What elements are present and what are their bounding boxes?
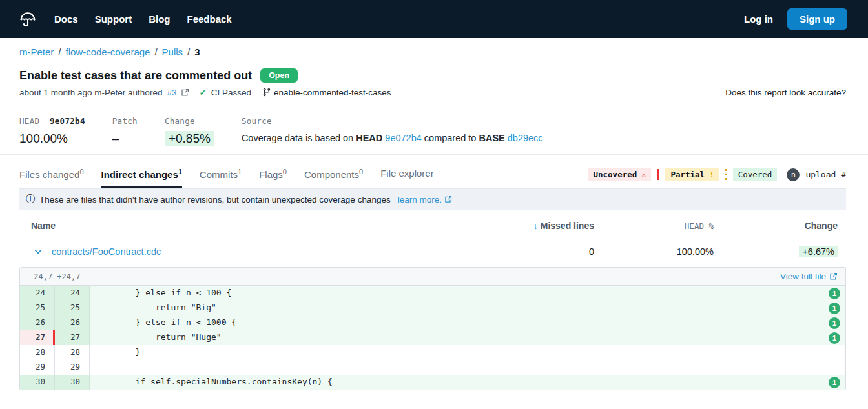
sort-desc-icon: ↓	[533, 221, 538, 231]
breadcrumb-repo[interactable]: flow-code-coverage	[66, 46, 150, 57]
code-text: return "Huge"	[90, 330, 845, 345]
hit-count-bubble[interactable]: 1	[829, 288, 840, 299]
diff-line: 28 28 }	[20, 345, 845, 360]
nav-link-blog[interactable]: Blog	[149, 14, 170, 25]
head-percent-value: 100.00%	[594, 246, 714, 257]
old-line-number[interactable]: 25	[20, 301, 55, 315]
code-text: } else if n < 1000 {	[90, 315, 845, 330]
column-header-head-percent[interactable]: HEAD %	[594, 221, 714, 231]
new-line-number[interactable]: 26	[55, 315, 90, 330]
old-line-number[interactable]: 28	[20, 345, 55, 360]
indirect-changes-table: Name ↓ Missed lines HEAD % Change contra…	[19, 214, 846, 266]
tab-flags[interactable]: Flags0	[259, 168, 287, 188]
stat-patch: Patch –	[112, 116, 138, 146]
column-header-missed-lines[interactable]: ↓ Missed lines	[465, 221, 594, 231]
warning-icon: ⚠	[641, 170, 646, 179]
file-row: contracts/FooContract.cdc 0 100.00% +6.6…	[19, 237, 846, 266]
code-text: }	[90, 345, 845, 360]
code-text: } else if n < 100 {	[90, 286, 845, 301]
pull-authored-text: about 1 month ago m-Peter authored	[19, 88, 162, 97]
new-line-number[interactable]: 30	[55, 375, 90, 390]
breadcrumb-pull-id: 3	[194, 46, 200, 57]
legend-partial: Partial!	[665, 168, 719, 181]
tab-indirect-changes[interactable]: Indirect changes1	[101, 168, 182, 188]
stat-source: Source Coverage data is based on HEAD 9e…	[242, 116, 543, 143]
column-header-name[interactable]: Name	[31, 221, 465, 231]
coverage-stats: HEAD 9e072b4 100.00% Patch – Change +0.8…	[0, 106, 868, 146]
source-base-commit-link[interactable]: db29ecc	[508, 133, 543, 143]
old-line-number[interactable]: 24	[20, 286, 55, 301]
upload-label: upload #	[805, 170, 846, 179]
chevron-down-icon[interactable]	[34, 247, 43, 256]
signup-button[interactable]: Sign up	[787, 8, 847, 30]
breadcrumb-pulls[interactable]: Pulls	[162, 46, 183, 57]
branch-icon	[262, 88, 271, 97]
source-description: Coverage data is based on HEAD 9e072b4 c…	[242, 133, 543, 143]
old-line-number[interactable]: 27	[20, 330, 55, 345]
indirect-changes-banner: ⓘ These are files that didn't have autho…	[19, 188, 846, 210]
diff-line: 26 26 } else if n < 1000 { 1	[20, 315, 845, 330]
uncovered-bar-swatch	[657, 169, 659, 180]
tab-file-explorer[interactable]: File explorer	[380, 168, 434, 188]
diff-line: 27 27 return "Huge" 1	[20, 330, 845, 345]
view-full-file-link[interactable]: View full file	[780, 272, 838, 281]
hunk-header: -24,7 +24,7	[29, 272, 80, 281]
branch-name: enable-commented-test-cases	[274, 88, 391, 97]
tab-commits[interactable]: Commits1	[200, 168, 242, 188]
file-name-link[interactable]: contracts/FooContract.cdc	[52, 246, 161, 257]
diff-line: 29 29	[20, 360, 845, 375]
coverage-legend: Uncovered⚠ Partial! Covered n upload #	[588, 168, 847, 188]
diff-line: 30 30 if self.specialNumbers.containsKey…	[20, 375, 845, 390]
breadcrumb: m-Peter/flow-code-coverage/Pulls/3	[0, 38, 868, 57]
hit-count-bubble[interactable]: 1	[829, 377, 840, 388]
hit-count-bubble[interactable]: 1	[829, 303, 840, 314]
code-text	[90, 360, 845, 375]
upload-avatar: n	[787, 168, 800, 181]
codecov-logo-icon[interactable]	[18, 10, 37, 29]
old-line-number[interactable]: 29	[20, 360, 55, 375]
head-commit: 9e072b4	[50, 116, 85, 126]
new-line-number[interactable]: 25	[55, 301, 90, 315]
column-header-change[interactable]: Change	[714, 221, 838, 231]
old-line-number[interactable]: 30	[20, 375, 55, 390]
nav-links: Docs Support Blog Feedback	[54, 14, 232, 25]
pull-number-link[interactable]: #3	[167, 88, 176, 97]
change-value: +0.85%	[165, 131, 214, 146]
new-line-number[interactable]: 24	[55, 286, 90, 301]
partial-bar-swatch	[725, 169, 727, 180]
new-line-number[interactable]: 28	[55, 345, 90, 360]
nav-link-support[interactable]: Support	[95, 14, 132, 25]
nav-link-feedback[interactable]: Feedback	[187, 14, 232, 25]
external-link-icon[interactable]	[181, 88, 189, 97]
hit-count-bubble[interactable]: 1	[829, 332, 840, 344]
stat-head: HEAD 9e072b4 100.00%	[19, 116, 85, 146]
stat-change: Change +0.85%	[165, 116, 214, 146]
ci-check-icon: ✓	[199, 87, 206, 97]
nav-link-docs[interactable]: Docs	[54, 14, 78, 25]
tab-files-changed[interactable]: Files changed0	[19, 168, 84, 188]
report-tabs: Files changed0Indirect changes1Commits1F…	[19, 168, 434, 188]
new-line-number[interactable]: 27	[55, 330, 90, 345]
change-percent-value: +6.67%	[799, 246, 838, 257]
breadcrumb-owner[interactable]: m-Peter	[19, 46, 54, 57]
patch-value: –	[112, 132, 138, 146]
diff-line: 24 24 } else if n < 100 { 1	[20, 286, 845, 301]
legend-uncovered: Uncovered⚠	[588, 168, 652, 181]
learn-more-link[interactable]: learn more.	[398, 195, 452, 204]
status-badge-open: Open	[260, 68, 298, 83]
new-line-number[interactable]: 29	[55, 360, 90, 375]
pull-title: Enable test cases that are commented out	[19, 69, 252, 83]
info-icon: ⓘ	[26, 194, 35, 205]
ci-status-text: CI Passed	[211, 88, 251, 97]
old-line-number[interactable]: 26	[20, 315, 55, 330]
head-coverage-value: 100.00%	[19, 132, 85, 146]
code-text: return "Big"	[90, 301, 845, 315]
source-head-commit-link[interactable]: 9e072b4	[385, 133, 421, 143]
legend-covered: Covered	[733, 168, 778, 181]
missed-lines-value: 0	[465, 246, 594, 257]
tab-components[interactable]: Components0	[304, 168, 363, 188]
login-link[interactable]: Log in	[744, 14, 773, 25]
top-navbar: Docs Support Blog Feedback Log in Sign u…	[0, 0, 868, 38]
hit-count-bubble[interactable]: 1	[829, 317, 840, 329]
report-accuracy-prompt[interactable]: Does this report look accurate?	[725, 88, 846, 97]
